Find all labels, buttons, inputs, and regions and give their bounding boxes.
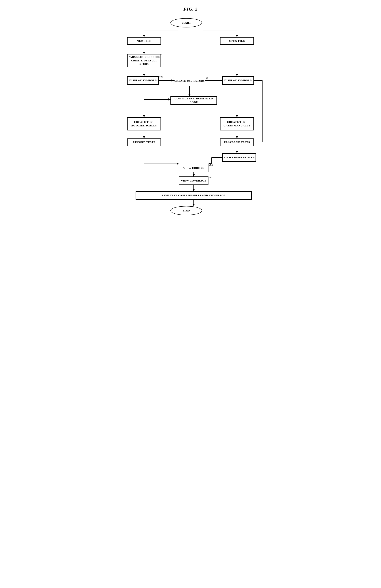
create-test-auto-node: CREATE TEST AUTOMATICALLY xyxy=(127,117,161,130)
svg-marker-17 xyxy=(205,79,207,82)
flowchart-svg xyxy=(114,16,267,257)
display-symbols-b-node: DISPLAY SYMBOLS xyxy=(222,76,254,85)
flowchart: START 20A NEW FILE 20B OPEN FILE 21 PARS… xyxy=(114,16,267,257)
display-symbols-a-node: DISPLAY SYMBOLS xyxy=(127,76,159,85)
view-errors-node: VIEW ERRORS xyxy=(179,164,208,172)
ref-28: 28 xyxy=(209,176,211,179)
stop-node: STOP xyxy=(170,206,202,215)
start-node: START xyxy=(170,18,202,27)
svg-marker-37 xyxy=(177,163,179,165)
svg-marker-13 xyxy=(236,74,238,76)
new-file-node: NEW FILE xyxy=(127,37,161,45)
svg-marker-34 xyxy=(236,136,238,138)
create-test-manual-node: CREATE TEST CASES MANUALLY xyxy=(220,117,254,130)
fig-title: FIG. 2 xyxy=(114,6,267,12)
svg-marker-11 xyxy=(143,74,145,76)
page: FIG. 2 xyxy=(106,0,275,265)
svg-marker-20 xyxy=(168,98,170,101)
compile-node: COMPILE INSTRUMENTED CODE xyxy=(170,96,217,105)
open-file-node: OPEN FILE xyxy=(220,37,254,45)
create-user-stubs-node: CREATE USER STUBS xyxy=(174,77,205,85)
svg-marker-49 xyxy=(193,174,195,176)
svg-marker-26 xyxy=(143,115,145,117)
view-coverage-node: VIEW COVERAGE xyxy=(179,176,208,185)
svg-marker-51 xyxy=(193,189,195,191)
svg-marker-3 xyxy=(143,35,145,37)
save-node: SAVE TEST CASES RESULTS AND COVERAGE xyxy=(135,191,252,200)
svg-marker-53 xyxy=(193,204,195,206)
record-tests-node: RECORD TESTS xyxy=(127,138,161,146)
playback-tests-node: PLAYBACK TESTS xyxy=(220,138,254,146)
svg-marker-9 xyxy=(143,52,145,54)
svg-marker-39 xyxy=(236,151,238,153)
ref-27b: 27B xyxy=(209,163,213,167)
ref-23: 23 xyxy=(206,76,208,79)
svg-marker-22 xyxy=(188,94,190,96)
svg-marker-15 xyxy=(172,79,174,82)
parse-node: PARSE SOURCE CODE CREATE DEFAULT STUBS xyxy=(127,54,161,67)
views-differences-node: VIEWS DIFFERENCES xyxy=(222,153,256,162)
ref-22a: 22A xyxy=(159,76,163,79)
svg-marker-7 xyxy=(236,35,238,37)
svg-marker-32 xyxy=(143,136,145,138)
svg-marker-30 xyxy=(236,115,238,117)
